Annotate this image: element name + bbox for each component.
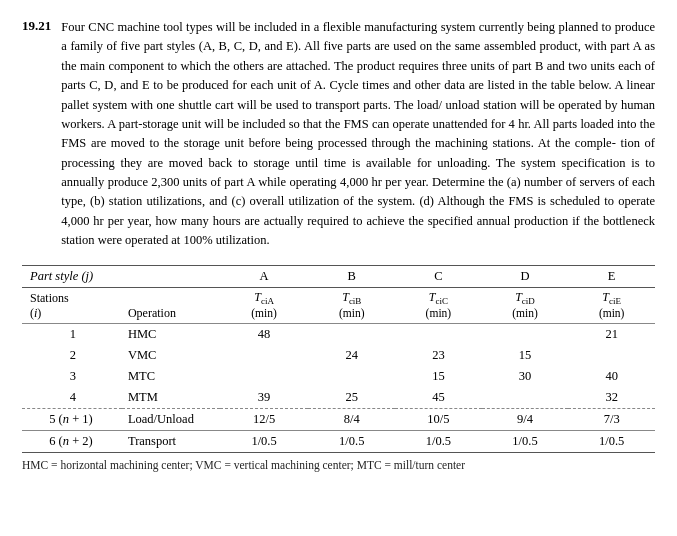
operation-col-header: Operation	[122, 287, 220, 323]
station-id: 6 (n + 2)	[22, 430, 122, 452]
data-table: Part style (j) A B C D E Stations(i) Ope…	[22, 265, 655, 453]
col-header-C: C	[395, 265, 482, 287]
table-row: 3 MTC 15 30 40	[22, 366, 655, 387]
cell-B: 25	[308, 387, 395, 409]
cell-D	[482, 387, 569, 409]
cell-E: 7/3	[568, 408, 655, 430]
tcia-header: TciA (min)	[220, 287, 309, 323]
table-row: 6 (n + 2) Transport 1/0.5 1/0.5 1/0.5 1/…	[22, 430, 655, 452]
station-id: 4	[22, 387, 122, 409]
station-id: 5 (n + 1)	[22, 408, 122, 430]
cell-B: 24	[308, 345, 395, 366]
operation-name: Load/Unload	[122, 408, 220, 430]
table-header-row1: Part style (j) A B C D E	[22, 265, 655, 287]
data-table-wrapper: Part style (j) A B C D E Stations(i) Ope…	[22, 265, 655, 471]
col-header-E: E	[568, 265, 655, 287]
cell-A: 1/0.5	[220, 430, 309, 452]
operation-name: MTM	[122, 387, 220, 409]
cell-A: 48	[220, 323, 309, 345]
cell-A: 12/5	[220, 408, 309, 430]
cell-B: 1/0.5	[308, 430, 395, 452]
col-header-B: B	[308, 265, 395, 287]
table-row: 5 (n + 1) Load/Unload 12/5 8/4 10/5 9/4 …	[22, 408, 655, 430]
operation-name: HMC	[122, 323, 220, 345]
cell-D: 15	[482, 345, 569, 366]
cell-E: 40	[568, 366, 655, 387]
cell-B	[308, 323, 395, 345]
cell-D	[482, 323, 569, 345]
station-id: 2	[22, 345, 122, 366]
cell-B: 8/4	[308, 408, 395, 430]
cell-C: 10/5	[395, 408, 482, 430]
cell-C: 1/0.5	[395, 430, 482, 452]
col-header-D: D	[482, 265, 569, 287]
operation-name: MTC	[122, 366, 220, 387]
cell-D: 9/4	[482, 408, 569, 430]
col-header-A: A	[220, 265, 309, 287]
table-row: 4 MTM 39 25 45 32	[22, 387, 655, 409]
tcid-header: TciD (min)	[482, 287, 569, 323]
cell-E: 1/0.5	[568, 430, 655, 452]
station-id: 1	[22, 323, 122, 345]
table-note: HMC = horizontal machining center; VMC =…	[22, 459, 655, 471]
cell-D: 1/0.5	[482, 430, 569, 452]
cell-B	[308, 366, 395, 387]
problem-text: Four CNC machine tool types will be incl…	[61, 18, 655, 251]
operation-name: Transport	[122, 430, 220, 452]
problem-number: 19.21	[22, 18, 51, 251]
table-header-row2: Stations(i) Operation TciA (min) TciB (m…	[22, 287, 655, 323]
tcic-header: TciC (min)	[395, 287, 482, 323]
cell-E: 32	[568, 387, 655, 409]
cell-C: 23	[395, 345, 482, 366]
cell-A: 39	[220, 387, 309, 409]
part-style-label: Part style (j)	[22, 265, 220, 287]
cell-D: 30	[482, 366, 569, 387]
table-row: 2 VMC 24 23 15	[22, 345, 655, 366]
stations-col-header: Stations(i)	[22, 287, 122, 323]
problem-block: 19.21 Four CNC machine tool types will b…	[22, 18, 655, 251]
cell-C: 15	[395, 366, 482, 387]
operation-name: VMC	[122, 345, 220, 366]
cell-E	[568, 345, 655, 366]
cell-A	[220, 345, 309, 366]
cell-C: 45	[395, 387, 482, 409]
cell-A	[220, 366, 309, 387]
cell-C	[395, 323, 482, 345]
table-row: 1 HMC 48 21	[22, 323, 655, 345]
station-id: 3	[22, 366, 122, 387]
tcie-header: TciE (min)	[568, 287, 655, 323]
tcib-header: TciB (min)	[308, 287, 395, 323]
cell-E: 21	[568, 323, 655, 345]
